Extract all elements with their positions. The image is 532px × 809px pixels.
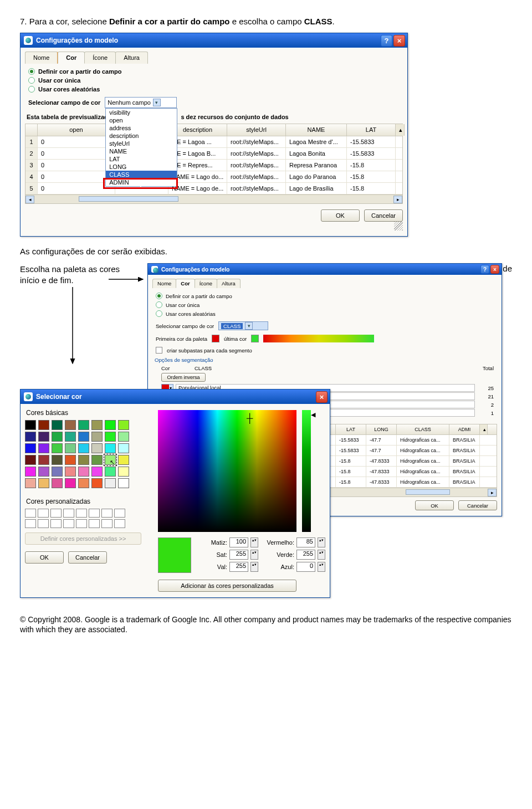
custom-swatch[interactable] [89, 509, 100, 518]
hue-handle[interactable]: ◀ [311, 411, 315, 418]
tab-cor[interactable]: Cor [58, 52, 85, 64]
dd-item[interactable]: LONG [106, 163, 177, 171]
first-color-swatch[interactable] [212, 335, 219, 342]
palette-swatch[interactable] [91, 478, 103, 488]
help-button[interactable]: ? [381, 35, 392, 47]
th[interactable]: ADMI [449, 424, 480, 434]
input-red[interactable]: 85 [296, 537, 315, 547]
dd-item-class[interactable]: CLASS [106, 171, 177, 178]
palette-swatch[interactable] [25, 455, 36, 465]
scroll-up[interactable]: ▴ [396, 124, 405, 136]
close-button[interactable]: × [316, 391, 328, 403]
palette-swatch[interactable] [78, 455, 89, 465]
palette-swatch[interactable] [118, 420, 129, 430]
th[interactable]: LAT [336, 424, 366, 434]
palette-swatch[interactable] [91, 467, 103, 477]
palette-swatch[interactable] [91, 443, 103, 453]
order-inverse-button[interactable]: Ordem inversa [161, 373, 206, 382]
palette-swatch[interactable] [105, 420, 116, 430]
dd-item[interactable]: open [106, 116, 177, 124]
palette-swatch[interactable] [78, 432, 89, 442]
titlebar-1[interactable]: Configurações do modelo ? × [21, 33, 407, 48]
input-green[interactable]: 255 [296, 550, 315, 560]
close-button[interactable]: × [490, 265, 499, 274]
combo-dropdown[interactable]: visibility open address description styl… [105, 108, 177, 187]
spinner[interactable]: ▴▾ [250, 550, 258, 560]
palette-swatch[interactable] [38, 455, 49, 465]
palette-swatch[interactable] [91, 455, 103, 465]
radio-random-colors[interactable]: Usar cores aleatórias [28, 86, 403, 93]
custom-swatch[interactable] [89, 519, 100, 528]
palette-swatch[interactable] [52, 432, 63, 442]
palette-swatch[interactable] [91, 432, 103, 442]
th-name[interactable]: NAME [286, 124, 347, 136]
spinner[interactable]: ▴▾ [250, 562, 258, 572]
palette-swatch[interactable] [25, 432, 36, 442]
palette-swatch[interactable] [52, 467, 63, 477]
palette-swatch[interactable] [105, 478, 116, 488]
dd-item[interactable]: LAT [106, 155, 177, 163]
palette-swatch[interactable] [105, 443, 116, 453]
palette-swatch[interactable] [52, 455, 63, 465]
hue-slider[interactable]: ◀ [302, 410, 311, 532]
ok-button[interactable]: OK [321, 209, 360, 222]
resize-grip[interactable] [394, 222, 403, 231]
palette-swatch[interactable] [78, 443, 89, 453]
cancel-button[interactable]: Cancelar [364, 209, 403, 222]
palette-swatch[interactable] [118, 432, 129, 442]
cancel-button[interactable]: Cancelar [458, 500, 497, 510]
tab-icone[interactable]: Ícone [84, 52, 116, 64]
spinner[interactable]: ▴▾ [318, 537, 325, 547]
custom-swatch[interactable] [114, 519, 125, 528]
palette-swatch[interactable] [105, 432, 116, 442]
custom-swatch[interactable] [114, 509, 125, 518]
th[interactable] [25, 124, 38, 136]
palette-swatch[interactable] [38, 420, 49, 430]
th[interactable]: CLASS [397, 424, 449, 434]
custom-swatch[interactable] [50, 509, 62, 518]
palette-swatch[interactable] [25, 420, 36, 430]
scroll-right[interactable]: ▸ [393, 196, 402, 203]
checkbox-subfolders[interactable] [156, 347, 162, 354]
custom-swatch[interactable] [25, 509, 36, 518]
scroll-thumb[interactable] [79, 196, 178, 202]
custom-swatch[interactable] [25, 519, 36, 528]
tab-nome[interactable]: Nome [152, 279, 176, 288]
radio-define-from-field[interactable]: Definir cor a partir do campo [28, 68, 403, 75]
scroll-left[interactable]: ◂ [25, 196, 34, 203]
dd-item[interactable]: visibility [106, 109, 177, 116]
color-field-combo[interactable]: Nenhum campo ▾ visibility open address d… [105, 97, 177, 108]
combo-class[interactable]: CLASS▾ [218, 321, 268, 330]
tab-icone[interactable]: Ícone [195, 279, 217, 288]
help-button[interactable]: ? [480, 265, 489, 274]
custom-swatch[interactable] [76, 519, 87, 528]
cancel-button[interactable]: Cancelar [68, 551, 107, 564]
custom-swatch[interactable] [101, 519, 112, 528]
palette-swatch[interactable] [25, 478, 36, 488]
input-val[interactable]: 255 [229, 562, 248, 572]
palette-swatch[interactable]: ↖ [105, 455, 116, 465]
custom-swatch[interactable] [38, 519, 49, 528]
input-hue[interactable]: 100 [229, 537, 248, 547]
add-custom-color-button[interactable]: Adicionar às cores personalizadas [158, 580, 296, 592]
custom-swatch[interactable] [63, 509, 74, 518]
close-button[interactable]: × [393, 35, 405, 47]
th-styleurl[interactable]: styleUrl [227, 124, 286, 136]
spinner[interactable]: ▴▾ [318, 562, 325, 572]
palette-swatch[interactable] [38, 478, 49, 488]
titlebar-3[interactable]: Selecionar cor × [21, 390, 330, 404]
palette-swatch[interactable] [65, 467, 76, 477]
last-color-swatch[interactable] [251, 335, 259, 342]
palette-swatch[interactable] [65, 443, 76, 453]
palette-swatch[interactable] [78, 420, 89, 430]
palette-swatch[interactable] [118, 478, 129, 488]
input-blue[interactable]: 0 [296, 562, 315, 572]
palette-swatch[interactable] [38, 443, 49, 453]
scroll-thumb[interactable] [406, 489, 450, 495]
ok-button[interactable]: OK [25, 551, 64, 564]
palette-swatch[interactable] [65, 455, 76, 465]
tab-altura[interactable]: Altura [115, 52, 148, 64]
titlebar-2[interactable]: Configurações do modelo ? × [148, 264, 502, 275]
palette-swatch[interactable] [25, 467, 36, 477]
h-scrollbar[interactable]: ◂ ▸ [25, 194, 402, 203]
